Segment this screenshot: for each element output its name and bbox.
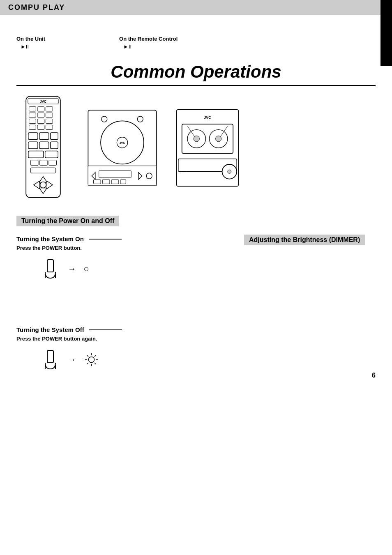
svg-rect-15 xyxy=(28,133,38,140)
power-section: Turning the Power On and Off Turning the… xyxy=(16,210,376,379)
remote-label: On the Remote Control xyxy=(119,36,178,42)
svg-rect-19 xyxy=(39,142,49,149)
power-button-icon xyxy=(41,258,60,280)
svg-text:JVC: JVC xyxy=(120,141,125,144)
svg-rect-4 xyxy=(37,107,44,111)
press-power-again-instruction: Press the POWER button again. xyxy=(16,336,228,342)
svg-rect-14 xyxy=(46,125,53,129)
svg-rect-63 xyxy=(47,350,53,363)
svg-text:JVC: JVC xyxy=(204,115,211,120)
svg-rect-45 xyxy=(111,180,119,184)
svg-rect-21 xyxy=(28,151,44,158)
two-col-layout: Turning the System On Press the POWER bu… xyxy=(16,230,376,379)
svg-point-66 xyxy=(89,357,95,363)
svg-rect-46 xyxy=(120,180,126,184)
svg-point-58 xyxy=(228,170,231,173)
svg-rect-7 xyxy=(37,113,44,117)
sun-icon xyxy=(84,352,99,367)
svg-rect-22 xyxy=(45,151,58,158)
main-title-section: Common Operations xyxy=(16,62,376,86)
svg-rect-11 xyxy=(46,119,53,123)
main-content: On the Unit ►II On the Remote Control ►I… xyxy=(0,15,392,387)
svg-point-31 xyxy=(40,182,46,188)
system-on-title: Turning the System On xyxy=(16,235,228,242)
svg-rect-23 xyxy=(30,160,38,166)
power-button-off-icon xyxy=(41,348,60,371)
press-power-instruction: Press the POWER button. xyxy=(16,245,228,251)
svg-rect-26 xyxy=(30,168,55,173)
svg-rect-17 xyxy=(51,133,58,140)
system-off-title: Turning the System Off xyxy=(16,326,228,333)
svg-rect-44 xyxy=(102,180,110,184)
page-number: 6 xyxy=(372,372,376,379)
subsection-line-2 xyxy=(89,329,122,330)
main-title: Common Operations xyxy=(111,62,281,81)
arrow-icon-2: → xyxy=(68,355,76,364)
svg-point-34 xyxy=(137,116,143,122)
svg-line-73 xyxy=(95,355,96,357)
devices-row: JVC xyxy=(16,94,376,201)
svg-point-33 xyxy=(101,116,107,122)
svg-rect-18 xyxy=(28,142,38,149)
arrow-icon: → xyxy=(68,264,76,274)
svg-rect-5 xyxy=(46,107,53,111)
unit-label: On the Unit xyxy=(16,36,45,42)
power-off-demo: → xyxy=(41,348,228,371)
svg-rect-43 xyxy=(94,180,101,184)
led-indicator xyxy=(84,267,88,271)
svg-rect-12 xyxy=(29,125,36,129)
svg-rect-24 xyxy=(40,160,48,166)
controls-row: On the Unit ►II On the Remote Control ►I… xyxy=(16,36,376,50)
svg-line-74 xyxy=(87,363,89,364)
right-col: Adjusting the Brightness (DIMMER) xyxy=(244,230,376,379)
svg-rect-9 xyxy=(29,119,36,123)
svg-line-72 xyxy=(95,363,96,364)
svg-rect-13 xyxy=(37,125,44,129)
remote-control-image: JVC xyxy=(16,94,70,201)
svg-rect-20 xyxy=(51,142,58,149)
svg-rect-16 xyxy=(39,133,49,140)
svg-rect-10 xyxy=(37,119,44,123)
svg-line-71 xyxy=(87,355,89,357)
svg-rect-8 xyxy=(46,113,53,117)
left-col: Turning the System On Press the POWER bu… xyxy=(16,230,228,379)
svg-rect-25 xyxy=(49,160,57,166)
dimmer-section-header: Adjusting the Brightness (DIMMER) xyxy=(244,235,365,245)
svg-text:JVC: JVC xyxy=(40,99,46,104)
speaker-image: JVC xyxy=(175,107,240,189)
unit-symbol: ►II xyxy=(21,44,45,50)
header-bar: COMPU PLAY xyxy=(0,0,392,15)
svg-rect-3 xyxy=(29,107,36,111)
remote-symbol: ►II xyxy=(123,44,178,50)
cd-player-image: JVC xyxy=(86,107,158,189)
power-on-demo: → xyxy=(41,258,228,280)
page-title: COMPU PLAY xyxy=(8,3,65,12)
svg-point-42 xyxy=(146,173,152,179)
remote-control: On the Remote Control ►II xyxy=(119,36,178,50)
svg-rect-6 xyxy=(29,113,36,117)
subsection-line xyxy=(89,239,122,240)
svg-rect-60 xyxy=(47,260,53,272)
unit-control: On the Unit ►II xyxy=(16,36,45,50)
power-section-header: Turning the Power On and Off xyxy=(16,216,119,226)
svg-rect-40 xyxy=(99,170,131,178)
